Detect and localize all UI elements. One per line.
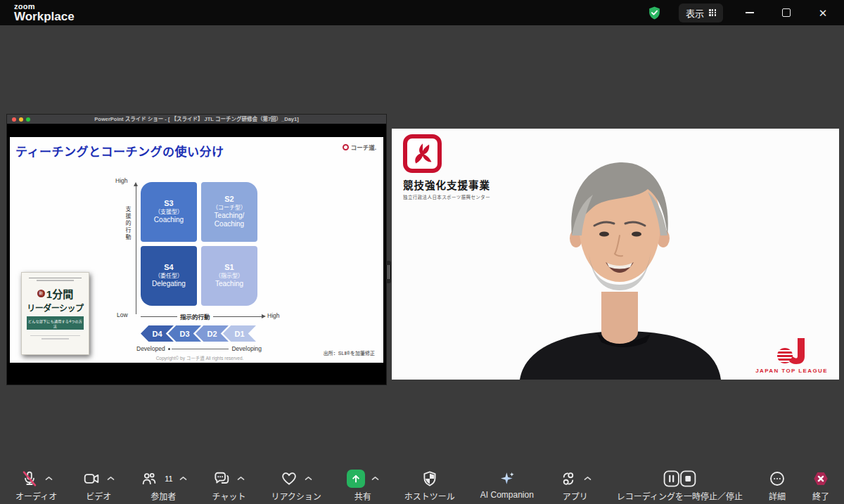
book-cover: 新 1分間 リーダーシップ どんな部下にも通用する4つの方法: [21, 272, 89, 355]
book-title-2: リーダーシップ: [22, 302, 89, 314]
quadrant-s3: S3（支援型）Coaching: [141, 182, 197, 242]
chat-icon: [212, 470, 231, 488]
program-logo: 競技強化支援事業 独立行政法人日本スポーツ振興センター: [403, 134, 490, 200]
slide-copyright: Copyright© by コーチ道 All rights reserved.: [114, 354, 286, 361]
development-scale: Developed Developing: [136, 345, 262, 352]
title-bar: zoom Workplace 表示 ✕: [0, 0, 844, 25]
toolbar-audio-button[interactable]: オーディオ: [15, 468, 57, 502]
y-axis-line: [136, 186, 136, 314]
mic-muted-icon: [20, 470, 39, 488]
shield-icon: [421, 470, 439, 488]
book-title-1: 1分間: [46, 286, 73, 301]
toolbar-recording-button[interactable]: レコーディングを一時停止／停止: [617, 468, 743, 502]
book-subtitle-band: どんな部下にも通用する4つの方法: [27, 316, 84, 330]
chevron-up-icon[interactable]: [45, 476, 53, 481]
slide-source-note: 出所：SLⅡ®を加筆修正: [324, 349, 375, 356]
sparkle-icon: [498, 470, 516, 488]
toolbar-host-tools-button[interactable]: ホストツール: [404, 468, 455, 502]
quadrant-s1: S1（指示型）Teaching: [201, 246, 257, 306]
people-icon: [140, 470, 158, 488]
coach-do-logo: コーチ道.: [343, 143, 376, 151]
shared-screen-tile[interactable]: PowerPoint スライド ショー - [ 【スライド】 JTL コーチング…: [7, 115, 386, 385]
toolbar-share-label: 共有: [354, 490, 371, 502]
tile-resize-handle[interactable]: [386, 261, 391, 283]
quadrant-s4: S4（委任型）Delegating: [141, 246, 197, 306]
brand-workplace: Workplace: [14, 11, 75, 23]
view-button[interactable]: 表示: [679, 4, 723, 22]
developed-label: Developed: [136, 345, 165, 352]
coach-do-logo-text: コーチ道.: [351, 143, 376, 151]
toolbar-reactions-button[interactable]: リアクション: [271, 468, 321, 502]
quadrant-s2: S2（コーチ型）Teaching/Coaching: [201, 182, 257, 242]
program-title: 競技強化支援事業: [403, 177, 490, 192]
toolbar-participants-label: 参加者: [151, 490, 176, 502]
minimize-button[interactable]: [740, 4, 760, 21]
toolbar-more-label: 詳細: [769, 490, 786, 502]
x-axis-arrow-icon: [262, 314, 266, 318]
presentation-slide: ティーチングとコーチングの使い分け コーチ道. 新 1分間 リーダーシップ どん…: [10, 137, 383, 363]
heart-icon: [280, 470, 298, 488]
toolbar-end-label: 終了: [812, 490, 829, 502]
toolbar-video-button[interactable]: ビデオ: [82, 468, 115, 502]
toolbar-recording-label: レコーディングを一時停止／停止: [617, 490, 743, 502]
mac-traffic-lights: [12, 117, 30, 122]
chevron-up-icon[interactable]: [371, 476, 379, 481]
pause-stop-icon: [663, 470, 696, 488]
development-level-d1: D1: [223, 325, 256, 342]
toolbar-ai-companion-button[interactable]: AI Companion: [480, 468, 534, 500]
powerpoint-window-title: PowerPoint スライド ショー - [ 【スライド】 JTL コーチング…: [7, 115, 386, 124]
chevron-up-icon[interactable]: [107, 476, 115, 481]
zoom-workplace-logo: zoom Workplace: [14, 2, 75, 23]
y-axis-high: High: [115, 177, 127, 184]
book-author-text: [30, 335, 80, 343]
security-shield-icon[interactable]: [647, 6, 662, 20]
chevron-up-icon[interactable]: [584, 476, 592, 481]
developing-label: Developing: [231, 345, 262, 352]
x-axis-label: 指示的行動: [177, 312, 213, 321]
japan-top-league-logo: JAPAN TOP LEAGUE: [755, 337, 828, 374]
end-x-icon: [812, 470, 830, 488]
share-icon: [347, 470, 365, 488]
toolbar-share-button[interactable]: 共有: [347, 468, 379, 502]
meeting-toolbar: オーディオビデオ11参加者チャットリアクション共有ホストツールAI Compan…: [0, 464, 844, 504]
league-j-icon: [774, 337, 810, 366]
toolbar-apps-label: アプリ: [563, 490, 588, 502]
view-grid-icon: [709, 9, 716, 16]
coach-do-logo-icon: [343, 144, 349, 150]
toolbar-video-label: ビデオ: [86, 490, 111, 502]
toolbar-chat-button[interactable]: チャット: [212, 468, 246, 502]
participant-video-tile[interactable]: 競技強化支援事業 独立行政法人日本スポーツ振興センター JAPAN TOP LE…: [392, 129, 839, 380]
book-top-text: [29, 278, 82, 284]
chevron-up-icon[interactable]: [237, 476, 245, 481]
league-text: JAPAN TOP LEAGUE: [755, 368, 828, 374]
scale-dot: [168, 348, 170, 350]
slide-title: ティーチングとコーチングの使い分け: [15, 142, 224, 160]
participant-count-badge: 11: [165, 474, 172, 483]
x-axis-high: High: [267, 312, 279, 319]
ellipsis-icon: [768, 470, 786, 488]
matrix-grid: S3（支援型）CoachingS2（コーチ型）Teaching/Coaching…: [141, 182, 257, 306]
toolbar-participants-button[interactable]: 11参加者: [140, 468, 186, 502]
maximize-button[interactable]: [776, 4, 796, 21]
powerpoint-window-titlebar: PowerPoint スライド ショー - [ 【スライド】 JTL コーチング…: [7, 115, 386, 124]
toolbar-reactions-label: リアクション: [271, 490, 321, 502]
chevron-up-icon[interactable]: [179, 476, 187, 481]
scale-line: [172, 349, 229, 349]
toolbar-ai-companion-label: AI Companion: [480, 490, 534, 500]
toolbar-end-button[interactable]: 終了: [812, 468, 830, 502]
program-subtitle: 独立行政法人日本スポーツ振興センター: [403, 193, 490, 200]
mac-zoom-icon: [26, 117, 30, 122]
apps-icon: [559, 470, 577, 488]
toolbar-more-button[interactable]: 詳細: [768, 468, 786, 502]
view-button-label: 表示: [686, 6, 704, 20]
chevron-up-icon[interactable]: [305, 476, 312, 481]
y-axis-low: Low: [117, 311, 128, 318]
toolbar-chat-label: チャット: [212, 490, 246, 502]
y-axis-label: 支援的行動: [124, 206, 132, 241]
jsc-bird-icon: [403, 134, 442, 173]
mac-minimize-icon: [19, 117, 23, 122]
toolbar-apps-button[interactable]: アプリ: [559, 468, 592, 502]
camera-icon: [82, 470, 101, 488]
close-button[interactable]: ✕: [813, 4, 833, 21]
toolbar-audio-label: オーディオ: [15, 490, 57, 502]
